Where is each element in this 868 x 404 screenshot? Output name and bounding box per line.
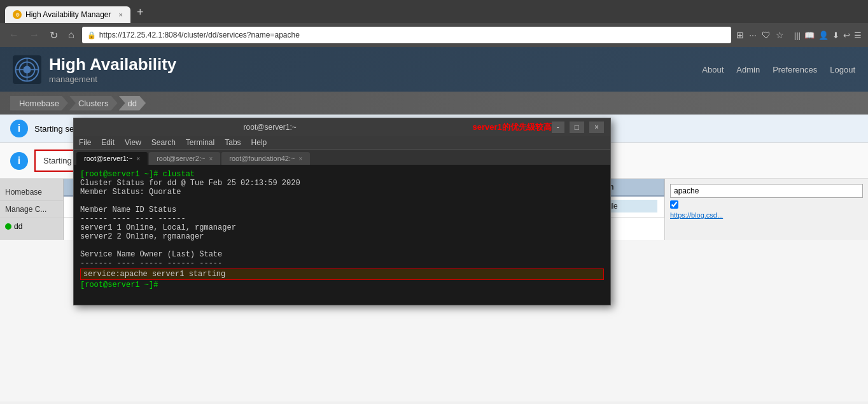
- tab-server2-close[interactable]: ×: [209, 155, 213, 162]
- menu-terminal[interactable]: Terminal: [186, 138, 214, 147]
- browser-chrome: ⚙ High Availability Manager × + ← → ↻ ⌂ …: [0, 0, 868, 47]
- app-header: High Availability management About Admin…: [0, 47, 868, 92]
- sidebar-toggle[interactable]: |||: [794, 31, 801, 40]
- terminal-controls: - □ ×: [552, 122, 604, 133]
- cluster-status-dot: [5, 223, 11, 230]
- more-button[interactable]: ···: [749, 30, 757, 40]
- menu-edit[interactable]: Edit: [101, 138, 115, 147]
- address-bar-row: ← → ↻ ⌂ 🔒 ⊞ ··· 🛡 ☆ ||| 📖 👤 ⬇ ↩ ☰: [0, 23, 868, 47]
- app-title: High Availability: [49, 55, 176, 74]
- service-name-input[interactable]: [670, 184, 863, 198]
- breadcrumb-clusters[interactable]: Clusters: [69, 96, 118, 111]
- back-nav[interactable]: ↩: [843, 31, 850, 40]
- terminal-output-3: Member Name ID Status: [80, 205, 176, 214]
- header-nav: About Admin Preferences Logout: [702, 65, 855, 74]
- terminal-prompt: [root@server1 ~]#: [80, 281, 158, 289]
- main-content: i Starting services apache i Starting cl…: [0, 115, 868, 401]
- browser-actions: ⊞ ··· 🛡 ☆: [736, 30, 784, 40]
- sync-button[interactable]: ⬇: [832, 31, 839, 40]
- breadcrumb: Homebase Clusters dd: [0, 92, 868, 115]
- tab-server1-close[interactable]: ×: [136, 155, 140, 162]
- sidebar-cluster-dd[interactable]: dd: [0, 218, 63, 235]
- menu-search[interactable]: Search: [151, 138, 176, 147]
- left-sidebar: Homebase Manage C... dd: [0, 179, 64, 240]
- terminal-cmd-line: [root@server1 ~]# clustat: [80, 170, 195, 179]
- logout-link[interactable]: Logout: [830, 65, 855, 74]
- tab-foundation42-label: root@foundation42:~: [229, 155, 295, 162]
- sidebar-manage[interactable]: Manage C...: [0, 201, 63, 218]
- terminal-body: [root@server1 ~]# clustat Cluster Status…: [74, 165, 610, 305]
- tab-favicon: ⚙: [13, 10, 22, 19]
- tab-title: High Availability Manager: [25, 10, 111, 19]
- address-bar: 🔒: [82, 27, 732, 43]
- forward-button[interactable]: →: [27, 28, 42, 42]
- refresh-button[interactable]: ↻: [47, 28, 60, 43]
- blog-link[interactable]: https://blog.csd...: [670, 211, 863, 219]
- terminal-window: root@server1:~ server1的优先级较高 - □ × File …: [73, 118, 611, 305]
- terminal-output-4: ------ ---- ---- ------: [80, 214, 186, 223]
- service-checkbox[interactable]: [670, 200, 678, 209]
- minimize-button[interactable]: -: [552, 122, 564, 133]
- preferences-link[interactable]: Preferences: [773, 65, 817, 74]
- account-button[interactable]: 👤: [818, 31, 829, 40]
- extensions-button[interactable]: ⊞: [736, 30, 744, 40]
- info-icon: i: [10, 120, 28, 137]
- terminal-titlebar: root@server1:~ server1的优先级较高 - □ ×: [74, 118, 610, 136]
- url-input[interactable]: [99, 31, 727, 39]
- ha-logo-icon: [13, 55, 41, 84]
- terminal-title: root@server1:~: [80, 123, 459, 132]
- terminal-tabs: root@server1:~ × root@server2:~ × root@f…: [74, 150, 610, 165]
- success-info-icon: i: [10, 152, 28, 170]
- terminal-tab-server2[interactable]: root@server2:~ ×: [149, 152, 220, 165]
- reader-view[interactable]: 📖: [804, 31, 815, 40]
- browser-tab[interactable]: ⚙ High Availability Manager ×: [5, 6, 130, 23]
- terminal-warning: server1的优先级较高: [472, 122, 551, 133]
- breadcrumb-homebase[interactable]: Homebase: [10, 96, 68, 111]
- menu-help[interactable]: Help: [251, 138, 267, 147]
- terminal-output-5: server1 1 Online, Local, rgmanager: [80, 223, 236, 232]
- new-tab-button[interactable]: +: [133, 4, 148, 20]
- terminal-output-7: Service Name Owner (Last) State: [80, 250, 222, 259]
- service-checkbox-row: [670, 200, 863, 209]
- terminal-output-8: ------- ---- ----- ------ -----: [80, 259, 222, 268]
- admin-link[interactable]: Admin: [736, 65, 760, 74]
- tab-server2-label: root@server2:~: [157, 155, 205, 162]
- about-link[interactable]: About: [702, 65, 724, 74]
- terminal-tab-foundation42[interactable]: root@foundation42:~ ×: [221, 152, 310, 165]
- tab-close-btn[interactable]: ×: [119, 11, 123, 18]
- tab-foundation42-close[interactable]: ×: [298, 155, 302, 162]
- home-button[interactable]: ⌂: [66, 28, 77, 42]
- menu-view[interactable]: View: [125, 138, 141, 147]
- sidebar-homebase[interactable]: Homebase: [0, 184, 63, 201]
- terminal-output-2: Member Status: Quorate: [80, 188, 181, 197]
- app-logo: High Availability management: [13, 55, 176, 84]
- terminal-output-6: server2 2 Online, rgmanager: [80, 232, 204, 241]
- shield-icon: 🛡: [762, 30, 771, 40]
- tab-server1-label: root@server1:~: [84, 155, 132, 162]
- sidebar-cluster-name: dd: [14, 222, 22, 231]
- close-button[interactable]: ×: [589, 122, 604, 133]
- bookmark-button[interactable]: ☆: [776, 30, 784, 40]
- breadcrumb-dd[interactable]: dd: [119, 96, 146, 111]
- terminal-tab-server1[interactable]: root@server1:~ ×: [76, 152, 148, 165]
- back-button[interactable]: ←: [6, 28, 22, 42]
- terminal-highlight-row: service:apache server1 starting: [80, 268, 604, 280]
- menu-button[interactable]: ☰: [854, 31, 862, 40]
- terminal-menubar: File Edit View Search Terminal Tabs Help: [74, 136, 610, 150]
- app-subtitle: management: [49, 74, 176, 84]
- menu-tabs[interactable]: Tabs: [225, 138, 241, 147]
- terminal-output-1: Cluster Status for dd @ Tue Feb 25 02:13…: [80, 179, 300, 188]
- menu-file[interactable]: File: [79, 138, 91, 147]
- logo-text: High Availability management: [49, 55, 176, 84]
- lock-icon: 🔒: [87, 31, 96, 39]
- right-panel: https://blog.csd...: [664, 179, 868, 240]
- maximize-button[interactable]: □: [570, 122, 584, 133]
